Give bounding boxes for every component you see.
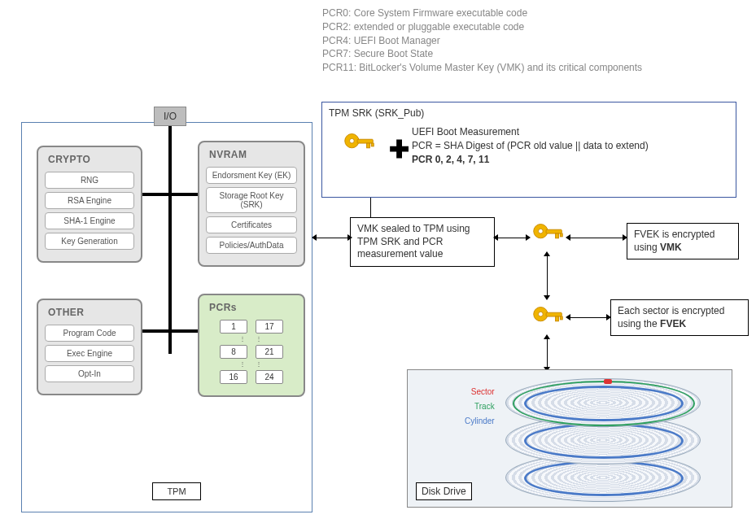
svg-rect-4 [371, 143, 374, 146]
legend-sector: Sector [465, 385, 495, 399]
crypto-title: CRYPTO [45, 152, 134, 168]
svg-rect-7 [546, 229, 562, 233]
connector-line [370, 198, 371, 217]
crypto-module: CRYPTO RNG RSA Engine SHA-1 Engine Key G… [37, 146, 142, 263]
pcr-cell: 1 [220, 320, 247, 334]
pcr11-desc: PCR11: BitLocker's Volume Master Key (VM… [322, 61, 642, 75]
svg-point-6 [539, 229, 544, 233]
disk-drive-label: Disk Drive [416, 482, 472, 500]
pcr0-desc: PCR0: Core System Firmware executable co… [322, 7, 642, 20]
pcr2-desc: PCR2: extended or pluggable executable c… [322, 20, 642, 34]
pcr-cell: 24 [256, 370, 283, 384]
pcr-list-used: PCR 0, 2, 4, 7, 11 [412, 153, 649, 167]
other-module: OTHER Program Code Exec Engine Opt-In [37, 299, 142, 395]
dots-icon: ⋮ [256, 337, 264, 342]
crypto-item: RSA Engine [45, 192, 134, 209]
pcr-cell: 16 [220, 370, 247, 384]
bus-vertical [168, 126, 172, 354]
pcr-cell: 17 [256, 320, 283, 334]
legend-cylinder: Cylinder [465, 414, 495, 429]
srk-box: TPM SRK (SRK_Pub) ✚ UEFI Boot Measuremen… [321, 102, 736, 198]
arrow-fvek-sectorbox [570, 317, 607, 318]
plus-icon: ✚ [389, 135, 409, 164]
pcr4-desc: PCR4: UEFI Boot Manager [322, 34, 642, 48]
svg-rect-14 [560, 316, 562, 320]
svg-point-11 [539, 312, 544, 316]
sector-encrypted-box: Each sector is encrypted using the FVEK [610, 299, 749, 336]
pcr-cell: 8 [220, 345, 247, 359]
dots-icon: ⋮ [239, 362, 247, 367]
platter-stack [505, 378, 725, 500]
other-item: Exec Engine [45, 345, 134, 362]
cylinder-ring [524, 386, 684, 421]
srk-title: TPM SRK (SRK_Pub) [329, 107, 729, 119]
nvram-item: Storage Root Key (SRK) [206, 187, 297, 213]
crypto-item: Key Generation [45, 233, 134, 250]
other-item: Opt-In [45, 365, 134, 382]
disk-drive-panel: Sector Track Cylinder Disk Drive [407, 369, 732, 508]
arrow-tpm-vmk [316, 238, 348, 238]
nvram-module: NVRAM Endorsment Key (EK) Storage Root K… [198, 141, 305, 267]
vmk-sealed-box: VMK sealed to TPM using TPM SRK and PCR … [350, 217, 495, 267]
pcr-cell: 21 [256, 345, 283, 359]
pcr-formula: PCR = SHA Digest of (PCR old value || da… [412, 139, 649, 153]
io-box: I/O [154, 107, 186, 126]
tpm-block: I/O CRYPTO RNG RSA Engine SHA-1 Engine K… [21, 122, 312, 512]
arrow-fvek-disk [547, 338, 548, 368]
svg-rect-2 [357, 139, 373, 143]
svg-rect-12 [546, 312, 562, 316]
other-item: Program Code [45, 325, 134, 342]
pcr-description-list: PCR0: Core System Firmware executable co… [322, 7, 642, 75]
disk-legend: Sector Track Cylinder [465, 385, 495, 429]
key-icon [529, 216, 566, 255]
crypto-item: SHA-1 Engine [45, 212, 134, 229]
nvram-item: Endorsment Key (EK) [206, 167, 297, 184]
svg-rect-13 [556, 316, 559, 321]
fvek-encrypted-box: FVEK is encrypted using VMK [627, 223, 739, 259]
svg-point-1 [350, 138, 355, 143]
key-icon [529, 299, 566, 338]
sector-marker [604, 379, 612, 384]
arrow-vmk-key [497, 238, 527, 238]
other-title: OTHER [45, 305, 134, 321]
uefi-title: UEFI Boot Measurement [412, 125, 649, 139]
svg-rect-3 [367, 143, 370, 148]
tpm-label: TPM [152, 482, 201, 500]
pcrs-module: PCRs 1 17 ⋮⋮ 8 21 ⋮⋮ 16 24 [198, 294, 305, 397]
legend-track: Track [465, 399, 495, 414]
pcrs-title: PCRs [206, 300, 297, 316]
platter [505, 378, 701, 427]
nvram-item: Policies/AuthData [206, 237, 297, 254]
key-icon [340, 125, 374, 159]
arrow-key-fvekbox [570, 238, 623, 238]
uefi-measurement: UEFI Boot Measurement PCR = SHA Digest o… [412, 125, 649, 166]
svg-rect-9 [560, 233, 562, 237]
sector-bold: FVEK [660, 318, 686, 329]
nvram-title: NVRAM [206, 147, 297, 164]
svg-rect-8 [556, 233, 559, 238]
arrow-vmk-fvek [547, 255, 548, 296]
nvram-item: Certificates [206, 216, 297, 233]
pcr7-desc: PCR7: Secure Boot State [322, 47, 642, 61]
crypto-item: RNG [45, 172, 134, 189]
dots-icon: ⋮ [256, 362, 264, 367]
dots-icon: ⋮ [239, 337, 247, 342]
fvek-bold: VMK [660, 242, 682, 253]
